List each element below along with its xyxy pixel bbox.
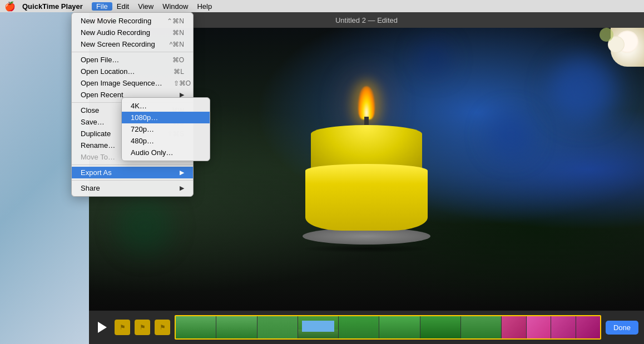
thumb-7 — [420, 316, 461, 338]
app-name: QuickTime Player — [22, 2, 83, 11]
apple-menu-icon[interactable]: 🍎 — [4, 1, 16, 12]
flowers-area — [577, 28, 644, 61]
candle-wick — [364, 117, 369, 125]
menu-close-label: Close — [81, 106, 99, 114]
menu-open-recent-label: Open Recent — [81, 91, 123, 99]
menu-export-as-label: Export As — [81, 168, 112, 177]
menu-share-label: Share — [81, 184, 100, 192]
clip-icon-3: ⚑ — [155, 320, 170, 335]
separator-3 — [72, 164, 193, 165]
menu-new-movie-label: New Movie Recording — [81, 17, 151, 25]
menu-share[interactable]: Share ▶ — [72, 182, 193, 194]
thumbnail-strip — [175, 315, 601, 340]
export-4k-label: 4K… — [131, 102, 147, 110]
menubar: 🍎 QuickTime Player File Edit View Window… — [0, 0, 644, 12]
menu-export-as[interactable]: Export As ▶ — [72, 167, 193, 178]
menu-new-audio[interactable]: New Audio Recording ⌘N — [72, 27, 193, 38]
candle-top — [311, 125, 422, 169]
share-arrow: ▶ — [180, 185, 184, 192]
thumb-pink-2 — [527, 316, 551, 338]
bokeh-3 — [417, 42, 450, 75]
menu-open-image-seq[interactable]: Open Image Sequence… ⇧⌘O — [72, 77, 193, 89]
export-audio-only-label: Audio Only… — [131, 148, 174, 157]
menu-new-screen-shortcut: ^⌘N — [170, 41, 184, 48]
menu-open-image-seq-shortcut: ⇧⌘O — [174, 79, 191, 87]
thumb-3 — [257, 316, 298, 338]
menubar-edit[interactable]: Edit — [112, 2, 133, 11]
thumb-2 — [216, 316, 257, 338]
thumb-1 — [176, 316, 216, 338]
menu-move-to-label: Move To… — [81, 153, 115, 161]
candle-flame — [358, 86, 375, 119]
export-720p-label: 720p… — [131, 125, 154, 133]
menubar-view[interactable]: View — [133, 2, 158, 11]
export-480p[interactable]: 480p… — [122, 135, 210, 147]
menu-save-label: Save… — [81, 118, 105, 126]
export-1080p[interactable]: 1080p… — [122, 112, 210, 123]
thumb-pink-4 — [576, 316, 600, 338]
bokeh-4 — [117, 198, 172, 254]
menu-open-file[interactable]: Open File… ⌘O — [72, 54, 193, 66]
menu-open-location-label: Open Location… — [81, 67, 135, 76]
thumb-pink-1 — [502, 316, 526, 338]
menu-open-image-seq-label: Open Image Sequence… — [81, 79, 162, 87]
menu-new-movie-shortcut: ⌃⌘N — [167, 17, 184, 25]
bokeh-1 — [549, 56, 616, 123]
export-as-arrow: ▶ — [180, 169, 184, 176]
menu-duplicate-label: Duplicate — [81, 129, 111, 138]
clip-icon-2: ⚑ — [135, 320, 150, 335]
thumb-4 — [298, 316, 339, 338]
play-icon — [98, 322, 107, 333]
window-title: Untitled 2 — Edited — [335, 16, 398, 24]
thumb-8 — [461, 316, 502, 338]
menu-open-location-shortcut: ⌘L — [174, 68, 184, 76]
separator-4 — [72, 180, 193, 181]
thumb-6 — [379, 316, 420, 338]
export-1080p-label: 1080p… — [131, 113, 158, 122]
menu-new-movie[interactable]: New Movie Recording ⌃⌘N — [72, 15, 193, 27]
export-4k[interactable]: 4K… — [122, 100, 210, 112]
candle-body — [305, 164, 428, 231]
export-720p[interactable]: 720p… — [122, 123, 210, 135]
candle-shadow — [300, 245, 433, 253]
thumb-pink-3 — [551, 316, 576, 338]
export-audio-only[interactable]: Audio Only… — [122, 147, 210, 158]
menu-new-audio-shortcut: ⌘N — [172, 29, 184, 37]
menu-new-audio-label: New Audio Recording — [81, 28, 150, 37]
menu-new-screen[interactable]: New Screen Recording ^⌘N — [72, 38, 193, 50]
menu-rename-label: Rename… — [81, 141, 115, 149]
thumb-5 — [339, 316, 379, 338]
menu-open-location[interactable]: Open Location… ⌘L — [72, 66, 193, 77]
done-button[interactable]: Done — [606, 321, 638, 335]
export-submenu: 4K… 1080p… 720p… 480p… Audio Only… — [121, 97, 210, 161]
controls-bar: ⚑ ⚑ ⚑ — [89, 311, 644, 344]
menu-open-file-shortcut: ⌘O — [172, 56, 184, 64]
bokeh-2 — [488, 113, 533, 157]
clip-icon-1: ⚑ — [115, 320, 130, 335]
export-480p-label: 480p… — [131, 137, 154, 145]
separator-1 — [72, 52, 193, 52]
menubar-help[interactable]: Help — [192, 2, 216, 11]
menu-open-file-label: Open File… — [81, 56, 119, 64]
menubar-file[interactable]: File — [92, 2, 112, 11]
candle-container — [300, 86, 433, 253]
play-button[interactable] — [95, 320, 110, 335]
menubar-window[interactable]: Window — [158, 2, 192, 11]
menu-new-screen-label: New Screen Recording — [81, 40, 155, 48]
